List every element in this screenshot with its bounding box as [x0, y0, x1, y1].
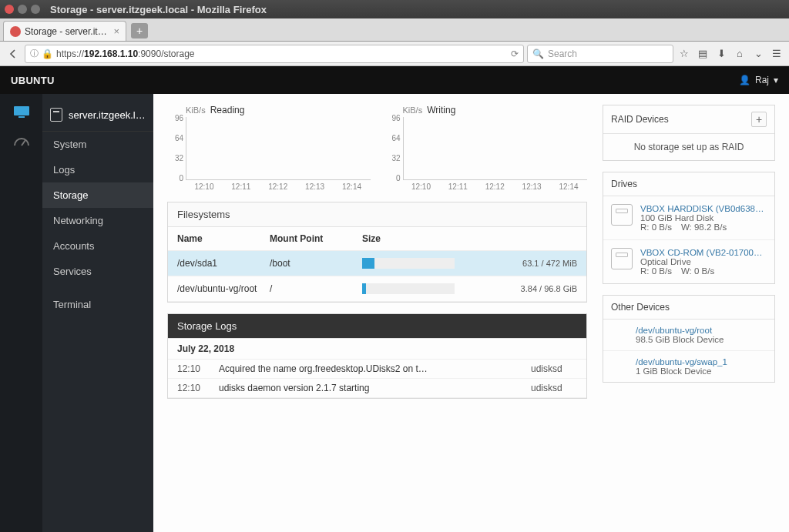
- card-title: Drives: [611, 179, 637, 189]
- drive-item[interactable]: VBOX HARDDISK (VB0d638a41-… 100 GiB Hard…: [603, 196, 774, 240]
- chart-plot: 9664320: [186, 117, 371, 180]
- fs-name: /dev/sda1: [177, 258, 270, 269]
- table-row[interactable]: /dev/sda1 /boot 63.1 / 472 MiB: [168, 251, 586, 276]
- tab-close-icon[interactable]: ×: [113, 25, 119, 37]
- window-titlebar: Storage - server.itzgeek.local - Mozilla…: [0, 0, 789, 18]
- host-selector[interactable]: server.itzgeek.l…: [42, 102, 153, 132]
- panel-title: Storage Logs: [177, 320, 237, 332]
- hard-disk-icon: [611, 248, 633, 269]
- drive-name: VBOX HARDDISK (VB0d638a41-…: [640, 204, 767, 213]
- device-name: /dev/ubuntu-vg/root: [636, 326, 767, 335]
- search-placeholder: Search: [548, 49, 577, 59]
- svg-line-2: [22, 140, 25, 146]
- log-source: udisksd: [531, 363, 577, 374]
- browser-toolbar: ⓘ 🔒 https://192.168.1.10:9090/storage ⟳ …: [0, 42, 789, 66]
- log-row[interactable]: 12:10 udisks daemon version 2.1.7 starti…: [168, 379, 586, 398]
- reload-icon[interactable]: ⟳: [511, 49, 519, 59]
- log-time: 12:10: [177, 383, 210, 393]
- log-date: July 22, 2018: [168, 339, 586, 360]
- chart-title: Writing: [427, 105, 455, 115]
- chart-plot: 9664320: [403, 117, 588, 180]
- bookmark-star-icon[interactable]: ☆: [677, 46, 692, 62]
- card-header: Drives: [603, 172, 774, 196]
- app-body: server.itzgeek.l… SystemLogsStorageNetwo…: [0, 94, 789, 532]
- arrow-left-icon: [7, 48, 19, 60]
- card-title: Other Devices: [611, 302, 670, 313]
- icon-rail: [0, 94, 42, 532]
- window-title: Storage - server.itzgeek.local - Mozilla…: [50, 4, 267, 15]
- server-icon: [50, 108, 62, 122]
- fs-mount: /boot: [270, 258, 362, 269]
- url-bar[interactable]: ⓘ 🔒 https://192.168.1.10:9090/storage ⟳: [25, 45, 524, 63]
- search-bar[interactable]: 🔍 Search: [527, 45, 673, 63]
- brand-label: UBUNTU: [11, 75, 55, 86]
- user-icon: 👤: [739, 75, 750, 85]
- table-row[interactable]: /dev/ubuntu-vg/root / 3.84 / 96.8 GiB: [168, 276, 586, 302]
- usage-text: 63.1 / 472 MiB: [522, 259, 577, 268]
- table-header: Name Mount Point Size: [168, 227, 586, 251]
- menu-icon[interactable]: ☰: [769, 46, 784, 62]
- sidebar-item-services[interactable]: Services: [42, 259, 153, 284]
- window-minimize-icon[interactable]: [18, 5, 27, 14]
- device-item[interactable]: /dev/ubuntu-vg/root 98.5 GiB Block Devic…: [603, 320, 774, 351]
- sidebar-item-system[interactable]: System: [42, 132, 153, 157]
- chart-title: Reading: [210, 105, 245, 115]
- log-time: 12:10: [177, 363, 210, 374]
- drive-read: R: 0 B/s: [640, 223, 672, 232]
- app-root: UBUNTU 👤 Raj ▾ server.itzgeek.l… SystemL…: [0, 66, 789, 532]
- device-item[interactable]: /dev/ubuntu-vg/swap_1 1 GiB Block Device: [603, 351, 774, 382]
- search-icon: 🔍: [532, 49, 544, 59]
- drive-write: W: 98.2 B/s: [681, 223, 727, 232]
- content: KiB/s Reading 9664320 12:1012:1112:1212:…: [153, 94, 789, 532]
- url-text: https://192.168.1.10:9090/storage: [56, 49, 195, 59]
- host-label: server.itzgeek.l…: [69, 109, 146, 121]
- tab-label: Storage - server.itzgee: [25, 26, 109, 37]
- chart-unit: KiB/s: [186, 105, 206, 115]
- card-header: RAID Devices +: [603, 105, 774, 134]
- dashboard-icon[interactable]: [12, 105, 31, 119]
- col-size: Size: [362, 233, 577, 244]
- browser-tab[interactable]: Storage - server.itzgee ×: [3, 21, 126, 41]
- sidebar-item-storage[interactable]: Storage: [42, 182, 153, 208]
- app-header: UBUNTU 👤 Raj ▾: [0, 66, 789, 94]
- sidebar-item-terminal[interactable]: Terminal: [42, 292, 153, 317]
- back-button[interactable]: [5, 45, 22, 62]
- pocket-icon[interactable]: ⌄: [750, 46, 766, 62]
- add-raid-button[interactable]: +: [751, 112, 767, 127]
- sidebar-item-accounts[interactable]: Accounts: [42, 233, 153, 259]
- downloads-icon[interactable]: ⬇: [713, 46, 729, 62]
- lock-icon: 🔒: [42, 49, 53, 59]
- main-column: KiB/s Reading 9664320 12:1012:1112:1212:…: [167, 105, 587, 399]
- sidebar-item-logs[interactable]: Logs: [42, 157, 153, 182]
- drive-item[interactable]: VBOX CD-ROM (VB2-01700376) Optical Drive…: [603, 240, 774, 283]
- home-icon[interactable]: ⌂: [732, 46, 747, 62]
- drive-write: W: 0 B/s: [681, 266, 714, 276]
- raid-card: RAID Devices + No storage set up as RAID: [603, 105, 775, 161]
- device-sub: 1 GiB Block Device: [636, 366, 767, 376]
- browser-tab-strip: Storage - server.itzgee × +: [0, 18, 789, 42]
- usage-text: 3.84 / 96.8 GiB: [521, 284, 577, 293]
- raid-empty: No storage set up as RAID: [603, 134, 774, 160]
- charts-row: KiB/s Reading 9664320 12:1012:1112:1212:…: [167, 105, 587, 191]
- gauge-icon[interactable]: [12, 134, 31, 148]
- new-tab-button[interactable]: +: [131, 23, 148, 38]
- log-msg: udisks daemon version 2.1.7 starting: [219, 383, 522, 393]
- drive-read: R: 0 B/s: [640, 266, 672, 276]
- hard-disk-icon: [611, 204, 633, 226]
- user-menu[interactable]: 👤 Raj ▾: [739, 75, 778, 85]
- window-maximize-icon[interactable]: [31, 5, 40, 14]
- col-name: Name: [177, 233, 270, 244]
- log-row[interactable]: 12:10 Acquired the name org.freedesktop.…: [168, 360, 586, 379]
- chart-unit: KiB/s: [403, 105, 423, 115]
- sidebar-item-networking[interactable]: Networking: [42, 208, 153, 233]
- chart-reading: KiB/s Reading 9664320 12:1012:1112:1212:…: [167, 105, 371, 191]
- side-column: RAID Devices + No storage set up as RAID…: [603, 105, 775, 383]
- window-close-icon[interactable]: [5, 5, 14, 14]
- chevron-down-icon: ▾: [774, 75, 778, 85]
- card-header: Other Devices: [603, 296, 774, 320]
- drives-card: Drives VBOX HARDDISK (VB0d638a41-… 100 G…: [603, 172, 775, 284]
- fs-size: 3.84 / 96.8 GiB: [362, 283, 577, 294]
- log-msg: Acquired the name org.freedesktop.UDisks…: [219, 363, 522, 374]
- drive-name: VBOX CD-ROM (VB2-01700376): [640, 248, 767, 257]
- library-icon[interactable]: ▤: [695, 46, 710, 62]
